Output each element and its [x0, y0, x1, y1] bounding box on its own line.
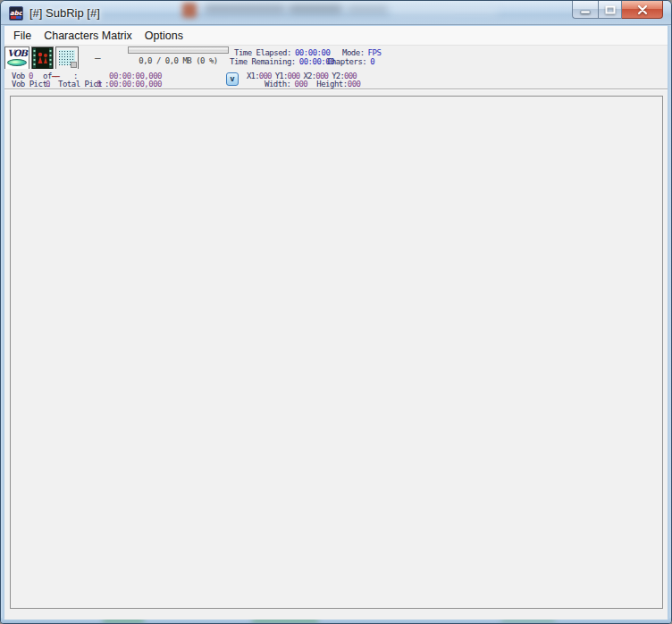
subtitle-picture-display — [10, 96, 663, 609]
open-vob-button[interactable]: VOB — [4, 46, 29, 70]
minimize-icon — [580, 5, 591, 14]
glass-blur-artifact — [205, 4, 285, 13]
dimensions: Width:000 Height:000 — [265, 80, 360, 89]
window-title: [#] SubRip [#] — [29, 6, 100, 20]
window-controls — [572, 1, 663, 19]
time-remaining: Time Remaining:00:00:00 — [230, 57, 334, 66]
rip-progress-bar — [128, 46, 229, 54]
close-icon — [637, 5, 648, 14]
glass-blur-artifact — [289, 4, 342, 13]
subrip-window: abc [#] SubRip [#] File Character — [0, 0, 672, 624]
titlebar[interactable]: abc [#] SubRip [#] — [1, 1, 671, 25]
glass-blur-artifact — [348, 5, 388, 13]
menubar: File Characters Matrix Options — [4, 26, 668, 46]
pict-time: 00:00:00,000 — [109, 80, 162, 89]
colon: : — [100, 80, 109, 89]
minimize-button[interactable] — [572, 1, 598, 19]
vob-pict-value: 0 — [46, 80, 50, 89]
time-elapsed: Time Elapsed:00:00:00 — [234, 48, 330, 57]
current-file-label: – — [95, 52, 101, 63]
statusbar: Vob 0 of —— : 00:00:00,000 X1:000 Y1:000… — [4, 69, 668, 89]
menu-characters-matrix[interactable]: Characters Matrix — [38, 26, 139, 46]
vertical-subtitles-toggle[interactable]: v — [226, 72, 239, 86]
glass-blur-artifact — [391, 6, 498, 15]
mode: Mode:FPS — [342, 48, 381, 57]
characters-matrix-button[interactable] — [55, 46, 79, 70]
toolbar: VOB — [4, 46, 668, 69]
client-area: File Characters Matrix Options VOB — [4, 26, 668, 620]
close-button[interactable] — [622, 1, 663, 19]
window-frame-right — [668, 25, 671, 620]
total-pict-label: Total Pict — [58, 80, 102, 89]
menu-options[interactable]: Options — [139, 26, 189, 46]
of-value: —— — [52, 72, 58, 80]
video-frames-button[interactable] — [31, 46, 54, 70]
maximize-icon — [605, 5, 616, 14]
app-icon[interactable]: abc — [9, 6, 23, 21]
menu-file[interactable]: File — [7, 26, 38, 46]
chapters: Chapters:0 — [327, 57, 374, 66]
maximize-button[interactable] — [598, 1, 622, 19]
rip-size-text: 0,0 / 0,0 MB (0 %) — [128, 56, 229, 65]
glass-blur-artifact — [182, 3, 197, 18]
